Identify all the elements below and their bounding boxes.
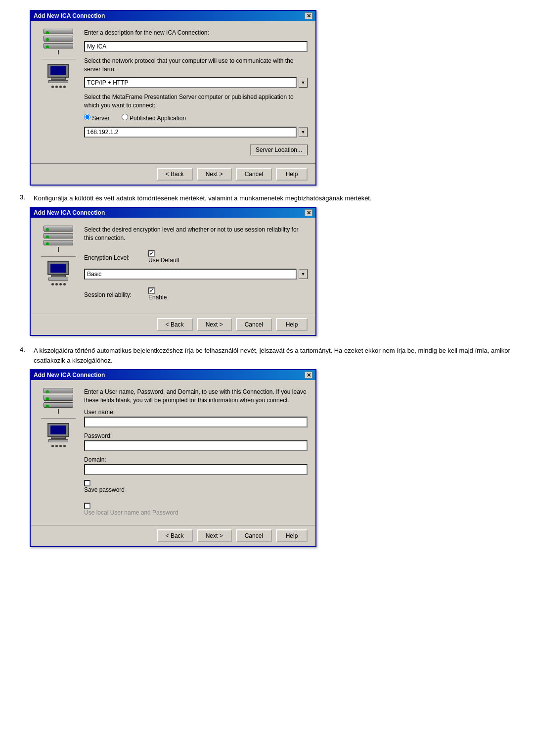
session-row: Session reliability: Enable (84, 287, 308, 302)
encryption-select[interactable]: Basic (84, 269, 297, 280)
enable-checkbox[interactable] (148, 287, 155, 294)
use-default-label: Use Default (148, 257, 179, 264)
server-stack-2a (44, 226, 73, 231)
domain-label: Domain: (84, 456, 308, 463)
pc-area-1 (47, 64, 69, 88)
dialog-icon-col-3 (39, 388, 78, 517)
protocol-select-group: TCP/IP + HTTP ▼ (84, 77, 308, 88)
dialog-titlebar-2: Add New ICA Connection ✕ (31, 208, 315, 218)
description-input[interactable] (84, 41, 308, 52)
step-3-header: 3. Konfigurálja a küldött és vett adatok… (20, 193, 524, 203)
dialog-add-ica-1: Add New ICA Connection ✕ (30, 10, 316, 186)
server-illustration-2 (41, 226, 76, 285)
next-button-2[interactable]: Next > (197, 318, 232, 331)
server-cable-1 (58, 50, 59, 54)
server-stack-3 (44, 43, 73, 48)
pc-base-2 (51, 275, 66, 277)
save-password-label[interactable]: Save password (84, 480, 308, 493)
protocol-select-arrow[interactable]: ▼ (299, 78, 308, 88)
encryption-select-arrow[interactable]: ▼ (299, 269, 308, 279)
encryption-label: Encryption Level: (84, 254, 148, 261)
close-icon-3[interactable]: ✕ (305, 372, 312, 378)
save-password-checkbox[interactable] (84, 480, 90, 486)
step-3: 3. Konfigurálja a küldött és vett adatok… (10, 193, 524, 336)
dialog2-description: Select the desired encryption level and … (84, 226, 308, 242)
dialog-footer-3: < Back Next > Cancel Help (31, 525, 315, 546)
use-default-checkbox-label[interactable]: Use Default (148, 250, 179, 264)
network-dots-2 (51, 283, 66, 285)
step-3-number: 3. (20, 193, 30, 203)
back-button-2[interactable]: < Back (157, 318, 193, 331)
domain-input[interactable] (84, 464, 308, 475)
server-stack-3b (44, 395, 73, 400)
server-stack-2c (44, 240, 73, 245)
use-default-checkbox[interactable] (148, 250, 155, 257)
close-icon-2[interactable]: ✕ (305, 209, 312, 216)
cancel-button-1[interactable]: Cancel (236, 168, 272, 181)
server-location-button[interactable]: Server Location... (250, 144, 308, 155)
close-icon-1[interactable]: ✕ (305, 12, 312, 19)
step-4: 4. A kiszolgálóra történő automatikus be… (10, 346, 524, 547)
enable-checkbox-label[interactable]: Enable (148, 287, 167, 301)
radio-group-1: Server Published Application (84, 114, 308, 123)
dialog-content-3: Enter a User name, Password, and Domain,… (84, 388, 308, 517)
use-local-label[interactable]: Use local User name and Password (84, 503, 308, 516)
radio-published[interactable]: Published Application (122, 114, 186, 122)
dialog-body-1: Enter a description for the new ICA Conn… (31, 21, 315, 163)
username-label: User name: (84, 409, 308, 416)
password-group: Password: (84, 432, 308, 451)
dialog-content-1: Enter a description for the new ICA Conn… (84, 29, 308, 155)
use-local-text: Use local User name and Password (84, 509, 178, 516)
pc-monitor-1 (47, 64, 69, 78)
pc-icon-3 (47, 423, 69, 442)
server-select[interactable]: 168.192.1.2 (84, 127, 297, 138)
domain-group: Domain: (84, 456, 308, 475)
back-button-3[interactable]: < Back (157, 529, 193, 542)
encryption-row: Encryption Level: Use Default (84, 250, 308, 265)
step-4-number: 4. (20, 346, 30, 365)
password-input[interactable] (84, 440, 308, 451)
username-group: User name: (84, 409, 308, 427)
dialog-titlebar-1: Add New ICA Connection ✕ (31, 11, 315, 21)
dialog-icon-col-1 (39, 29, 78, 155)
dialog-add-ica-2: Add New ICA Connection ✕ (30, 207, 316, 336)
pc-screen-1 (50, 66, 66, 75)
dialog-add-ica-3: Add New ICA Connection ✕ (30, 369, 316, 547)
network-dots-3 (51, 445, 66, 447)
help-button-1[interactable]: Help (276, 168, 308, 181)
server-radio-label: Server (92, 115, 109, 122)
radio-server[interactable]: Server (84, 114, 110, 122)
icon-divider-2 (41, 256, 76, 257)
server-select-arrow[interactable]: ▼ (299, 127, 308, 137)
back-button-1[interactable]: < Back (157, 168, 193, 181)
pc-keyboard-1 (48, 80, 68, 83)
step-4-header: 4. A kiszolgálóra történő automatikus be… (20, 346, 524, 365)
pc-monitor-3 (47, 423, 69, 437)
server-stack-2 (44, 36, 73, 41)
server-cable-3 (58, 409, 59, 414)
pc-base-3 (51, 437, 66, 439)
server-illustration-1 (41, 29, 76, 88)
pc-monitor-2 (47, 261, 69, 275)
dialog3-description: Enter a User name, Password, and Domain,… (84, 388, 308, 405)
cancel-button-2[interactable]: Cancel (236, 318, 272, 331)
help-button-2[interactable]: Help (276, 318, 308, 331)
step-3-text: Konfigurálja a küldött és vett adatok tö… (34, 193, 372, 203)
protocol-select[interactable]: TCP/IP + HTTP (84, 77, 297, 88)
description-field-group (84, 41, 308, 52)
dialog-content-2: Select the desired encryption level and … (84, 226, 308, 306)
server-select-group: 168.192.1.2 ▼ (84, 127, 308, 138)
password-label: Password: (84, 432, 308, 439)
dialog-title-2: Add New ICA Connection (34, 209, 105, 216)
pc-area-2 (47, 261, 69, 285)
use-local-checkbox[interactable] (84, 503, 90, 509)
next-button-1[interactable]: Next > (197, 168, 232, 181)
next-button-3[interactable]: Next > (197, 529, 232, 542)
username-input[interactable] (84, 417, 308, 427)
cancel-button-3[interactable]: Cancel (236, 529, 272, 542)
help-button-3[interactable]: Help (276, 529, 308, 542)
dialog-icon-col-2 (39, 226, 78, 306)
pc-base-1 (51, 78, 66, 80)
icon-divider-1 (41, 59, 76, 59)
server-illustration-3 (41, 388, 76, 447)
